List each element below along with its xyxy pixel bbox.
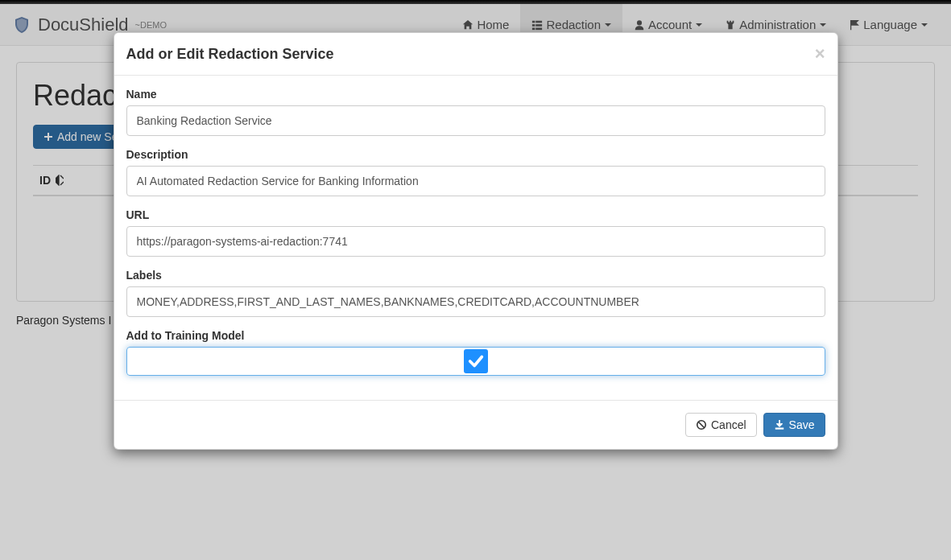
save-label: Save (789, 418, 815, 431)
url-input[interactable] (126, 226, 825, 257)
close-icon[interactable]: × (815, 45, 825, 63)
svg-line-8 (698, 422, 704, 428)
description-label: Description (126, 148, 825, 161)
download-icon (774, 419, 785, 430)
name-label: Name (126, 88, 825, 101)
cancel-label: Cancel (711, 418, 746, 431)
training-checkbox-wrapper[interactable] (126, 347, 825, 376)
ban-icon (696, 419, 707, 430)
labels-input[interactable] (126, 286, 825, 317)
modal-title: Add or Edit Redaction Service (126, 46, 334, 63)
check-icon (467, 352, 485, 370)
cancel-button[interactable]: Cancel (685, 413, 757, 437)
training-checkbox[interactable] (464, 349, 488, 373)
modal-body: Name Description URL Labels Add to Train… (114, 76, 837, 400)
labels-label: Labels (126, 269, 825, 282)
svg-rect-9 (775, 428, 784, 430)
name-input[interactable] (126, 105, 825, 136)
training-label: Add to Training Model (126, 329, 825, 342)
save-button[interactable]: Save (763, 413, 825, 437)
description-input[interactable] (126, 166, 825, 196)
modal-footer: Cancel Save (114, 400, 837, 449)
url-label: URL (126, 208, 825, 221)
modal-header: Add or Edit Redaction Service × (114, 33, 837, 76)
modal-dialog: Add or Edit Redaction Service × Name Des… (114, 32, 838, 450)
